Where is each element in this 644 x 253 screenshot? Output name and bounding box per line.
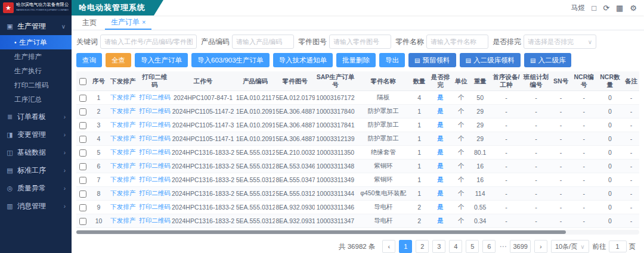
sidebar-item-quality-exception[interactable]: ◎ 质量异常 › (0, 179, 72, 197)
query-button[interactable]: 查询 (76, 53, 102, 67)
row-checkbox[interactable] (79, 95, 86, 102)
sidebar-item-standard-process[interactable]: ▤ 标准工序 › (0, 161, 72, 179)
refresh-icon[interactable]: ⟳ (603, 4, 609, 13)
dispatch-link[interactable]: 下发排产 (110, 162, 135, 169)
print-qr-link[interactable]: 打印二维码 (139, 162, 171, 169)
import-603-903-orders-button[interactable]: 导入603/903生产订单 (191, 53, 270, 67)
fullscreen-icon[interactable]: □ (592, 4, 596, 13)
sidebar-item-message-mgmt[interactable]: ▥ 消息管理 › (0, 197, 72, 215)
cell-sap-no: 10003311348 (315, 160, 356, 173)
print-qr-link[interactable]: 打印二维码 (139, 203, 171, 210)
import-orders-button[interactable]: 导入生产订单 (135, 53, 188, 67)
cell-weight: 29 (469, 105, 491, 118)
import-tech-notice-button[interactable]: 导入技术通知单 (273, 53, 333, 67)
export-button[interactable]: 导出 (379, 53, 405, 67)
row-checkbox[interactable] (79, 163, 86, 170)
gear-icon[interactable]: ⚙ (630, 4, 637, 13)
cell-print: 打印二维码 (138, 132, 171, 146)
select-all-checkbox[interactable] (79, 78, 86, 85)
part-no-input[interactable] (329, 35, 391, 49)
company-logo-icon: ★ (3, 2, 14, 13)
page-size-select[interactable]: 10条/页 ∨ (551, 240, 589, 253)
sidebar-item-production-mgmt[interactable]: ▣ 生产管理 ∨ (0, 17, 72, 35)
page-button-4[interactable]: 4 (449, 240, 462, 253)
dispatch-link[interactable]: 下发排产 (110, 93, 135, 101)
row-checkbox[interactable] (79, 122, 86, 129)
product-code-input[interactable] (232, 35, 294, 49)
sidebar-item-print-qrcode[interactable]: 打印二维码 (0, 78, 72, 92)
sidebar-item-production-scheduling[interactable]: 生产排产 (0, 49, 72, 64)
keyword-input[interactable] (100, 35, 197, 49)
col-unit: 单位 (453, 71, 469, 91)
print-qr-link[interactable]: 打印二维码 (139, 121, 171, 128)
scheduled-select[interactable]: 请选择是否排完 ∨ (524, 35, 596, 49)
sidebar-item-order-board[interactable]: ≣ 订单看板 › (0, 108, 72, 126)
cell-scheduled: 是 (428, 91, 453, 105)
print-qr-link[interactable]: 打印二维码 (139, 189, 171, 196)
dispatch-link[interactable]: 下发排产 (110, 107, 135, 114)
dispatch-link[interactable]: 下发排产 (110, 189, 135, 196)
row-checkbox[interactable] (79, 136, 86, 143)
cell-first-equip: - (491, 214, 521, 228)
cell-index: 2 (90, 105, 107, 118)
prev-page-button[interactable]: ‹ (382, 240, 395, 253)
dispatch-link[interactable]: 下发排产 (110, 148, 135, 155)
dispatch-link[interactable]: 下发排产 (110, 121, 135, 128)
row-checkbox[interactable] (79, 190, 86, 198)
next-page-button[interactable]: › (534, 240, 547, 253)
row-checkbox[interactable] (79, 204, 86, 211)
horizontal-scrollbar[interactable] (76, 230, 639, 235)
query-all-button[interactable]: 全查 (106, 53, 131, 67)
dispatch-link[interactable]: 下发排产 (110, 135, 135, 142)
print-qr-link[interactable]: 打印二维码 (139, 217, 171, 224)
row-checkbox[interactable] (79, 108, 86, 115)
scrollbar-thumb[interactable] (76, 230, 566, 234)
page-button-6[interactable]: 6 (482, 240, 496, 253)
print-qr-link[interactable]: 打印二维码 (139, 107, 171, 114)
part-name-input[interactable] (426, 35, 488, 49)
secondary-store-picking-button[interactable]: ▤ 入二级库领料 (460, 53, 521, 67)
cell-product-code: 1EA.010.2091 (236, 132, 275, 146)
page-button-2[interactable]: 2 (416, 240, 429, 253)
tab-home[interactable]: 主页 (76, 15, 103, 30)
print-qr-link[interactable]: 打印二维码 (139, 93, 171, 101)
dispatch-link[interactable]: 下发排产 (110, 203, 135, 210)
sidebar-item-base-data[interactable]: ◫ 基础数据 › (0, 143, 72, 161)
print-qr-link[interactable]: 打印二维码 (139, 176, 171, 183)
page-button-5[interactable]: 5 (466, 240, 479, 253)
reserved-picking-button[interactable]: ▤ 预留领料 (408, 53, 456, 67)
close-icon[interactable]: × (142, 15, 145, 29)
cell-sn: - (551, 118, 571, 132)
tab-production-orders[interactable]: 生产订单 × (105, 15, 151, 30)
cell-print: 打印二维码 (138, 91, 171, 105)
dispatch-link[interactable]: 下发排产 (110, 217, 135, 224)
goto-page-input[interactable] (609, 240, 627, 252)
sidebar-item-production-orders[interactable]: • 生产订单 (0, 35, 72, 49)
cart-icon: ▤ (414, 57, 420, 64)
grid-icon[interactable]: ▦ (616, 4, 623, 13)
sidebar-item-production-execution[interactable]: 生产执行 (0, 64, 72, 78)
page-button-3[interactable]: 3 (432, 240, 445, 253)
user-name[interactable]: 马煜 (571, 3, 585, 13)
page-button-last[interactable]: 3699 (510, 240, 530, 253)
row-checkbox[interactable] (79, 149, 86, 157)
row-checkbox[interactable] (79, 218, 86, 225)
print-qr-link[interactable]: 打印二维码 (139, 135, 171, 142)
pagination-bar: 共 36982 条 ‹ 1 2 3 4 5 6 ⋯ 3699 › 10条/页 ∨… (76, 235, 639, 253)
into-secondary-store-button[interactable]: ▤ 入二级库 (524, 53, 571, 67)
sidebar-item-process-summary[interactable]: 工序汇总 (0, 92, 72, 107)
row-checkbox[interactable] (79, 177, 86, 184)
print-qr-link[interactable]: 打印二维码 (139, 148, 171, 155)
cell-part-no: 5EA.210.0032 (275, 146, 315, 160)
cell-dispatch: 下发排产 (107, 146, 138, 160)
col-scheduled: 是否排完 (428, 71, 453, 91)
page-button-1[interactable]: 1 (399, 240, 412, 253)
cell-team-plan: - (521, 187, 551, 201)
dispatch-link[interactable]: 下发排产 (110, 176, 135, 183)
cell-sap-no: 10003317841 (315, 118, 356, 132)
sidebar-item-change-mgmt[interactable]: ◨ 变更管理 › (0, 126, 72, 143)
row-select-cell (76, 105, 90, 118)
batch-delete-button[interactable]: 批量删除 (336, 53, 376, 67)
cell-ncr-no: - (571, 146, 597, 160)
more-pages-icon[interactable]: ⋯ (499, 242, 506, 251)
